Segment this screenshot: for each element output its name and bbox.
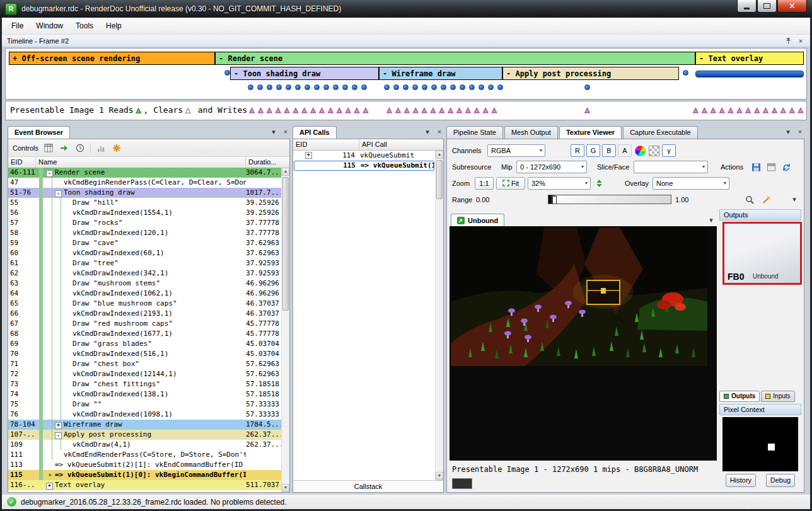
maximize-button[interactable] bbox=[757, 0, 777, 13]
marker-post-processing[interactable]: - Apply post processing bbox=[502, 67, 679, 80]
expander[interactable]: + bbox=[305, 152, 312, 159]
expander[interactable]: + bbox=[55, 422, 62, 429]
channel-g-toggle[interactable]: G bbox=[586, 144, 600, 157]
event-row[interactable]: 69Draw "grass blades"45.03704 bbox=[8, 339, 281, 349]
minimize-button[interactable] bbox=[737, 0, 757, 13]
menu-item-tools[interactable]: Tools bbox=[69, 18, 100, 33]
toon-draw-dots[interactable] bbox=[248, 84, 367, 90]
event-row[interactable]: 76vkCmdDrawIndexed(1098,1)57.33333 bbox=[8, 410, 281, 420]
marker-render-scene[interactable]: - Render scene bbox=[215, 52, 695, 65]
event-row[interactable]: 73Draw "chest fittings"57.18518 bbox=[8, 379, 281, 389]
tab-mesh-output[interactable]: Mesh Output bbox=[504, 126, 558, 139]
event-row[interactable]: 78-104+Wireframe draw1784.5... bbox=[8, 420, 281, 430]
event-row[interactable]: 113=> vkQueueSubmit(2)[1]: vkEndCommandB… bbox=[8, 460, 281, 470]
checkerboard-icon[interactable] bbox=[647, 144, 660, 157]
scroll-thumb[interactable] bbox=[282, 177, 289, 311]
event-row[interactable]: 57Draw "rocks"37.77778 bbox=[8, 218, 281, 228]
callstack-footer[interactable]: Callstack bbox=[293, 480, 443, 492]
marker-wireframe[interactable]: - Wireframe draw bbox=[379, 67, 502, 80]
event-row[interactable]: 70vkCmdDrawIndexed(516,1)45.03704 bbox=[8, 349, 281, 359]
event-row[interactable]: 46-111-Render scene3064.7... bbox=[8, 168, 281, 178]
column-header-eid[interactable]: EID bbox=[8, 157, 36, 168]
event-row[interactable]: 47vkCmdBeginRenderPass(C=Clear, D=Clear,… bbox=[8, 178, 281, 188]
texture-list-chevron-icon[interactable]: ▾ bbox=[707, 215, 716, 224]
color-wheel-icon[interactable] bbox=[634, 144, 646, 157]
scroll-thumb[interactable] bbox=[436, 160, 443, 199]
scroll-up-arrow[interactable]: ▲ bbox=[282, 168, 289, 176]
zoom-percent-input[interactable]: 32% bbox=[528, 177, 591, 190]
event-row[interactable]: 56vkCmdDrawIndexed(1554,1)39.25926 bbox=[8, 208, 281, 218]
pin-icon[interactable] bbox=[784, 37, 792, 45]
post-draw-dot[interactable] bbox=[584, 84, 590, 90]
text-overlay-events-pill[interactable] bbox=[695, 71, 804, 78]
event-row[interactable]: 66vkCmdDrawIndexed(2193,1)46.37037 bbox=[8, 309, 281, 319]
wireframe-draw-dots[interactable] bbox=[384, 84, 503, 90]
column-header-eid[interactable]: EID bbox=[293, 139, 359, 150]
inputs-tab[interactable]: Inputs bbox=[761, 391, 794, 402]
time-durations-icon[interactable] bbox=[74, 142, 86, 154]
slice-face-select[interactable] bbox=[634, 161, 708, 173]
gamma-toggle[interactable]: γ bbox=[662, 144, 676, 157]
expander[interactable]: - bbox=[46, 170, 53, 177]
column-header-duration[interactable]: Duratio... bbox=[246, 157, 289, 168]
marker-toon-shading[interactable]: - Toon shading draw bbox=[230, 67, 379, 80]
event-browser-scrollbar[interactable]: ▲ ▼ bbox=[281, 168, 289, 492]
event-row[interactable]: 62vkCmdDrawIndexed(342,1)37.92593 bbox=[8, 268, 281, 278]
event-row[interactable]: 107-...-Apply post processing262.37... bbox=[8, 430, 281, 440]
write-triangle-group[interactable] bbox=[692, 106, 804, 115]
event-row[interactable]: 74vkCmdDrawIndexed(138,1)57.18518 bbox=[8, 389, 281, 399]
event-row[interactable]: 68vkCmdDrawIndexed(1677,1)45.77778 bbox=[8, 329, 281, 339]
goto-eid-icon[interactable] bbox=[59, 142, 70, 154]
event-row[interactable]: 51-76-Toon shading draw1017.7... bbox=[8, 188, 281, 198]
resource-usage-strip[interactable]: Presentable Image 1 Reads, Clears and Wr… bbox=[5, 101, 807, 120]
tab-event-browser[interactable]: Event Browser bbox=[8, 126, 70, 139]
draw-dot[interactable] bbox=[224, 70, 230, 76]
range-slider[interactable] bbox=[548, 195, 671, 204]
event-row[interactable]: 60vkCmdDrawIndexed(60,1)37.62963 bbox=[8, 248, 281, 258]
channels-select[interactable]: RGBA bbox=[487, 144, 545, 157]
panel-menu-icon[interactable]: ▾ bbox=[423, 127, 432, 136]
zoom-1to1-button[interactable]: 1:1 bbox=[475, 177, 494, 190]
close-button[interactable]: ✕ bbox=[777, 0, 807, 13]
texture-canvas[interactable] bbox=[450, 226, 717, 461]
panel-close-icon[interactable]: × bbox=[796, 127, 804, 136]
expander[interactable]: - bbox=[55, 432, 62, 439]
event-row[interactable]: 71Draw "chest box"57.62963 bbox=[8, 359, 281, 369]
pixel-context-canvas[interactable] bbox=[722, 417, 798, 471]
api-call-row-selected[interactable]: 115 => vkQueueSubmit(1)[... bbox=[294, 161, 434, 171]
save-texture-icon[interactable] bbox=[750, 161, 762, 173]
bookmark-icon[interactable] bbox=[111, 142, 122, 154]
zoom-range-icon[interactable] bbox=[743, 193, 756, 206]
event-row[interactable]: 75Draw ""57.33333 bbox=[8, 399, 281, 410]
write-triangle-group[interactable] bbox=[248, 106, 369, 115]
event-row[interactable]: 58vkCmdDrawIndexed(120,1)37.77778 bbox=[8, 228, 281, 238]
tab-api-calls[interactable]: API Calls bbox=[293, 126, 337, 139]
panel-menu-icon[interactable]: ▾ bbox=[784, 127, 792, 136]
menu-item-window[interactable]: Window bbox=[30, 18, 69, 33]
texture-tab-unbound[interactable]: Unbound bbox=[451, 214, 504, 227]
expander[interactable]: - bbox=[55, 190, 62, 197]
mip-select[interactable]: 0 - 1272x690 bbox=[516, 161, 587, 173]
overlay-select[interactable]: None bbox=[652, 177, 729, 190]
column-header-api-call[interactable]: API Call bbox=[359, 139, 443, 150]
open-new-window-icon[interactable] bbox=[765, 161, 777, 173]
menu-item-file[interactable]: File bbox=[5, 18, 30, 33]
event-row[interactable]: 67Draw "red mushroom caps"45.77778 bbox=[8, 319, 281, 329]
timeline-close-icon[interactable]: × bbox=[796, 37, 805, 45]
panel-close-icon[interactable]: × bbox=[281, 127, 290, 136]
event-row[interactable]: 109vkCmdDraw(4,1)262.37... bbox=[8, 440, 281, 450]
event-row[interactable]: 61Draw "tree"37.92593 bbox=[8, 258, 281, 268]
event-row[interactable]: 64vkCmdDrawIndexed(1062,1)46.96296 bbox=[8, 289, 281, 299]
range-slider-handle[interactable] bbox=[552, 196, 557, 204]
history-button[interactable]: History bbox=[726, 474, 756, 487]
channel-b-toggle[interactable]: B bbox=[602, 144, 616, 157]
channel-r-toggle[interactable]: R bbox=[571, 144, 584, 157]
event-row[interactable]: 115▶=> vkQueueSubmit(1)[0]: vkBeginComma… bbox=[8, 470, 281, 480]
write-triangle-group[interactable] bbox=[583, 106, 591, 115]
api-call-row[interactable]: + 114 vkQueueSubmit bbox=[294, 151, 434, 161]
column-header-name[interactable]: Name bbox=[36, 157, 246, 168]
statistics-icon[interactable] bbox=[95, 142, 107, 154]
scroll-up-arrow[interactable]: ▲ bbox=[436, 151, 443, 159]
event-row[interactable]: 116-...+Text overlay511.7037 bbox=[8, 480, 281, 490]
marker-text-overlay[interactable]: - Text overlay bbox=[695, 52, 804, 65]
